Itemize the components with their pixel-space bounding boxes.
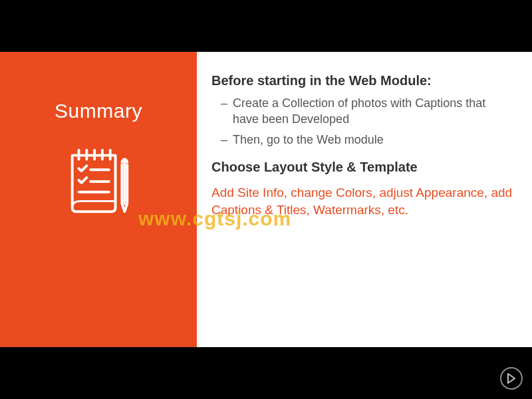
play-button[interactable] [500, 367, 523, 390]
watermark-text: www.cgtsj.com [138, 207, 291, 230]
heading-before-starting: Before starting in the Web Module: [211, 73, 513, 88]
list-item: Then, go to the Web module [223, 132, 513, 148]
play-icon [507, 373, 516, 384]
slide: Summary [0, 52, 532, 347]
left-panel: Summary [0, 52, 197, 347]
checklist-icon [59, 141, 138, 222]
content-panel: Before starting in the Web Module: Creat… [197, 52, 532, 347]
heading-choose-layout: Choose Layout Style & Template [211, 160, 513, 175]
bullet-list: Create a Collection of photos with Capti… [223, 95, 513, 148]
video-stage: Summary [0, 0, 532, 399]
slide-section-title: Summary [55, 100, 142, 122]
list-item: Create a Collection of photos with Capti… [223, 95, 513, 128]
